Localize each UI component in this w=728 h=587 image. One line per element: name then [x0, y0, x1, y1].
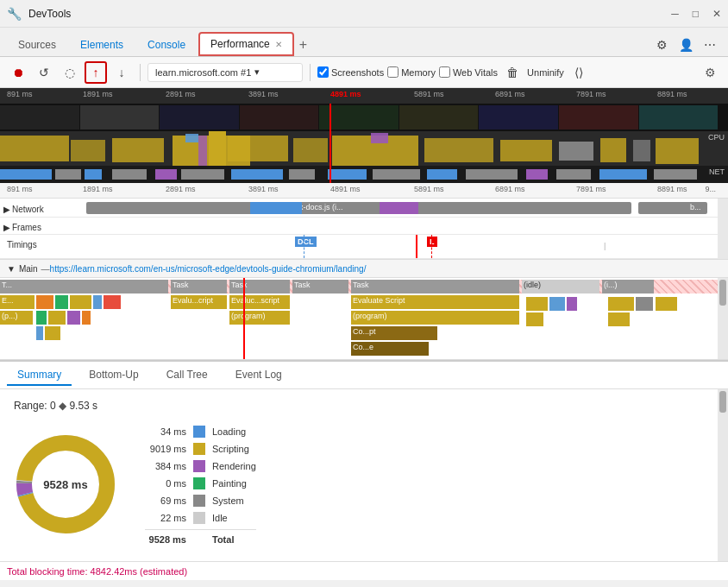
toolbar-separator-1 [140, 64, 141, 81]
devtools-more-button[interactable]: ⋯ [699, 34, 721, 56]
svg-rect-19 [85, 169, 102, 180]
network-end-label: b... [690, 203, 701, 211]
unminify-icon[interactable]: ⟨⟩ [568, 61, 590, 84]
timings-end-tick: | [604, 242, 606, 250]
idle-label: Idle [212, 513, 228, 523]
svg-rect-6 [209, 131, 226, 166]
maximize-button[interactable]: □ [693, 8, 699, 20]
upload-button[interactable]: ↑ [85, 61, 107, 84]
tab-call-tree-label: Call Tree [166, 369, 208, 381]
clear-button[interactable]: ◌ [59, 61, 81, 84]
webvitals-checkbox-group: Web Vitals [439, 66, 498, 78]
memory-checkbox-group: Memory [387, 66, 436, 78]
capture-settings-button[interactable]: ⚙ [699, 61, 721, 84]
memory-checkbox[interactable] [387, 66, 399, 78]
tab-call-tree[interactable]: Call Tree [156, 365, 218, 386]
screenshots-strip [0, 104, 728, 131]
cpu-red-line [329, 131, 331, 166]
status-bar: Total blocking time: 4842.42ms (estimate… [0, 561, 728, 580]
compile-block-2: Co...e [351, 342, 429, 356]
svg-rect-38 [36, 311, 47, 325]
svg-rect-26 [373, 169, 420, 180]
main-expand-icon[interactable]: ▼ [7, 264, 16, 274]
red-marker-line [329, 104, 331, 131]
window-controls: ─ □ ✕ [671, 8, 721, 20]
screenshots-label: Screenshots [331, 67, 384, 78]
trash-button[interactable]: 🗑 [501, 61, 524, 84]
legend-rendering: 384 ms Rendering [145, 460, 256, 472]
svg-rect-2 [112, 138, 164, 162]
network-expand-icon[interactable]: ▶ [3, 205, 10, 214]
frames-track-row: ▶ Frames [0, 218, 728, 235]
network-track-scrollbar [718, 199, 728, 217]
tick-6891: 6891 ms [495, 90, 525, 98]
minimize-button[interactable]: ─ [671, 8, 679, 20]
screenshots-checkbox[interactable] [317, 66, 329, 78]
cpu-track: CPU [0, 131, 728, 166]
svg-rect-29 [526, 169, 548, 180]
download-button[interactable]: ↓ [110, 61, 133, 84]
svg-rect-17 [0, 169, 52, 180]
frames-expand-icon[interactable]: ▶ [3, 223, 10, 232]
devtools-experiment-button[interactable]: 👤 [675, 34, 697, 56]
svg-rect-16 [656, 138, 699, 164]
task-block-4: Task [292, 280, 348, 294]
tab-bottom-up-label: Bottom-Up [89, 369, 138, 381]
tab-elements[interactable]: Elements [69, 32, 135, 56]
svg-rect-7 [228, 136, 288, 161]
idle-ms: 22 ms [145, 513, 186, 523]
time-ruler-bottom: 891 ms 1891 ms 2891 ms 3891 ms 4891 ms 5… [0, 183, 728, 199]
svg-rect-34 [55, 295, 68, 309]
tab-bar: Sources Elements Console Performance ✕ +… [0, 28, 728, 57]
url-text: learn.microsoft.com #1 [155, 67, 251, 78]
svg-rect-46 [567, 297, 577, 311]
reload-record-button[interactable]: ↺ [33, 61, 55, 84]
tick-891: 891 ms [7, 90, 33, 98]
tab-bottom-up[interactable]: Bottom-Up [78, 365, 148, 386]
devtools-settings-button[interactable]: ⚙ [650, 34, 673, 56]
panel-scrollbar-thumb[interactable] [719, 391, 726, 413]
tick-3891: 3891 ms [248, 90, 279, 98]
main-url: https://learn.microsoft.com/en-us/micros… [50, 264, 367, 274]
range-text: Range: 0 ◆ 9.53 s [14, 400, 714, 412]
devtools-icon: 🔧 [7, 7, 22, 21]
time-ruler-top: 891 ms 1891 ms 2891 ms 3891 ms 4891 ms 5… [0, 88, 728, 104]
range-label: Range: 0 [14, 400, 56, 412]
svg-rect-35 [70, 295, 91, 309]
record-button[interactable]: ⏺ [7, 61, 29, 84]
tick-4891-red: 4891 ms [330, 90, 361, 98]
donut-center-label: 9528 ms [43, 478, 87, 491]
toolbar-right: ⚙ [699, 61, 721, 84]
diamond-icon: ◆ [59, 400, 66, 412]
svg-rect-30 [556, 169, 591, 180]
system-label: System [212, 495, 244, 506]
tick-7891: 7891 ms [576, 90, 606, 98]
tab-performance-close[interactable]: ✕ [275, 40, 282, 49]
bottom-panel: Summary Bottom-Up Call Tree Event Log Ra… [0, 360, 728, 561]
total-label: Total [212, 534, 234, 545]
tab-console[interactable]: Console [136, 32, 197, 56]
close-button[interactable]: ✕ [712, 8, 721, 20]
webvitals-checkbox[interactable] [439, 66, 450, 78]
prog-block-2: (program) [229, 311, 290, 325]
legend-loading: 34 ms Loading [145, 426, 256, 438]
url-dropdown-icon[interactable]: ▾ [254, 66, 260, 78]
tab-add-button[interactable]: + [296, 34, 311, 56]
task-block-3: Task [229, 280, 290, 294]
timings-track-content: DCL L | [86, 235, 718, 258]
prog-block: Evaluc...script [229, 295, 290, 309]
tab-summary[interactable]: Summary [7, 365, 72, 386]
tick-8891: 8891 ms [657, 90, 687, 98]
flame-scrollbar-thumb[interactable] [719, 280, 726, 306]
title-bar: 🔧 DevTools ─ □ ✕ [0, 0, 728, 28]
tab-summary-label: Summary [17, 369, 61, 381]
svg-rect-49 [656, 297, 677, 311]
tab-sources[interactable]: Sources [7, 32, 67, 56]
svg-rect-48 [636, 297, 653, 311]
svg-rect-47 [608, 297, 634, 311]
svg-rect-31 [599, 169, 647, 180]
tab-event-log[interactable]: Event Log [225, 365, 292, 386]
dcl-line [304, 235, 304, 258]
svg-rect-33 [36, 295, 53, 309]
tab-performance[interactable]: Performance ✕ [198, 32, 294, 56]
